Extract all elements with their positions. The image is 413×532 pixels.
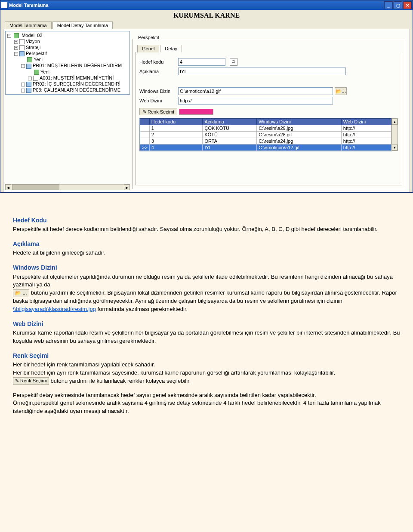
section-windows-dizini-body: Perspektife ait ölçülemeler yapıldığında… bbox=[13, 273, 400, 314]
grid-header-windows-dizini[interactable]: Windows Dizini bbox=[257, 119, 342, 125]
scroll-thumb[interactable] bbox=[12, 185, 59, 190]
web-dizini-label: Web Dizini bbox=[139, 98, 178, 103]
windows-dizini-input[interactable] bbox=[178, 87, 333, 95]
fieldset-legend: Perspektif bbox=[136, 35, 161, 40]
cell-hedef-kodu: 1 bbox=[149, 125, 203, 132]
minimize-button[interactable]: _ bbox=[384, 1, 393, 9]
folder-icon bbox=[26, 82, 31, 87]
inline-browse-button: 📂 … bbox=[13, 289, 29, 297]
aciklama-label: Açıklama bbox=[139, 69, 178, 74]
tree-view[interactable]: − Model: 02 +Vizyon +Strateji −Perspekti… bbox=[5, 31, 130, 95]
cell-windows-dizini: C:\emoticon\a12.gif bbox=[257, 145, 342, 151]
table-row[interactable]: >> 4 İYİ C:\emoticon\a12.gif http:// bbox=[140, 145, 391, 151]
tree-yeni2[interactable]: Yeni bbox=[40, 69, 49, 74]
cell-windows-dizini: C:\resim\a24.jpg bbox=[257, 138, 342, 145]
row-marker bbox=[140, 132, 150, 138]
browse-button[interactable]: 📂… bbox=[335, 87, 347, 95]
grid-header-hedef-kodu[interactable]: Hedef kodu bbox=[149, 119, 203, 125]
windows-dizini-label: Windows Dizini bbox=[139, 89, 178, 94]
web-dizini-input[interactable] bbox=[178, 97, 333, 105]
row-marker bbox=[140, 125, 150, 132]
section-hedef-kodu-body: Perspektife ait hedef derece kodlarının … bbox=[13, 225, 400, 234]
tree-hscroll[interactable]: ◂ ▸ bbox=[5, 184, 130, 190]
row-marker: >> bbox=[140, 145, 150, 151]
scroll-up-icon[interactable]: ▴ bbox=[392, 119, 398, 125]
model-icon bbox=[14, 33, 19, 38]
new-icon bbox=[27, 57, 32, 62]
tab-model-tanimlama[interactable]: Model Tanımlama bbox=[5, 22, 52, 29]
section-renk-secimi-title: Renk Seçimi bbox=[13, 351, 400, 360]
inline-renk-secimi-button: ✎ Renk Seçimi bbox=[13, 377, 49, 385]
detail-panel: Perspektif Genel Detay Hedef kodu ☺ bbox=[130, 31, 408, 190]
section-hedef-kodu-title: Hedef Kodu bbox=[13, 216, 400, 224]
tab-genel[interactable]: Genel bbox=[137, 45, 159, 52]
section-renk-secimi-body: Her bir hedef için renk tanımlaması yapı… bbox=[13, 361, 400, 377]
cell-web-dizini: http:// bbox=[341, 132, 391, 138]
table-row[interactable]: 2 KÖTÜ C:\resim\a28.gif http:// bbox=[140, 132, 391, 138]
main-pane: − Model: 02 +Vizyon +Strateji −Perspekti… bbox=[3, 29, 410, 192]
section-note-body: Perspektif detay sekmesinde tanımlanacak… bbox=[13, 391, 400, 416]
folder-icon bbox=[26, 88, 31, 93]
grid-vscroll[interactable]: ▴ ▾ bbox=[391, 118, 398, 151]
table-row[interactable]: 3 ORTA C:\resim\a24.jpg http:// bbox=[140, 138, 391, 145]
tab-model-detay-tanimlama[interactable]: Model Detay Tanımlama bbox=[52, 22, 113, 29]
cell-windows-dizini: C:\resim\a29.jpg bbox=[257, 125, 342, 132]
folder-icon bbox=[19, 51, 25, 56]
cell-web-dizini: http:// bbox=[341, 125, 391, 132]
inner-tabstrip: Genel Detay bbox=[136, 44, 402, 52]
aciklama-input[interactable] bbox=[178, 68, 346, 75]
tree-expand-icon[interactable]: + bbox=[14, 46, 18, 50]
folder-icon bbox=[26, 64, 31, 69]
window-title: Model Tanımlama bbox=[9, 3, 48, 8]
grid-header-web-dizini[interactable]: Web Dizini bbox=[341, 119, 391, 125]
cell-aciklama: İYİ bbox=[203, 145, 257, 151]
renk-secimi-button[interactable]: ✎ Renk Seçimi bbox=[139, 108, 177, 115]
cell-aciklama: ORTA bbox=[203, 138, 257, 145]
tree-expand-icon[interactable]: − bbox=[7, 34, 11, 38]
grid-header-marker bbox=[140, 119, 150, 125]
tree-expand-icon[interactable]: − bbox=[21, 64, 25, 68]
tree-expand-icon[interactable]: + bbox=[28, 77, 32, 80]
close-button[interactable]: ✕ bbox=[403, 1, 412, 9]
perspektif-fieldset: Perspektif Genel Detay Hedef kodu ☺ bbox=[133, 39, 405, 189]
hedef-kodu-input[interactable] bbox=[178, 58, 225, 66]
cell-web-dizini: http:// bbox=[341, 145, 391, 151]
grid-header-aciklama[interactable]: Açıklama bbox=[203, 119, 257, 125]
tree-expand-icon[interactable]: − bbox=[14, 52, 18, 56]
tree-pr01[interactable]: PR01: MÜŞTERİLERİN DEĞERLENDİRM bbox=[33, 63, 122, 68]
scroll-right-icon[interactable]: ▸ bbox=[124, 185, 130, 190]
emoticon-icon: ☺ bbox=[230, 58, 237, 66]
tree-vizyon[interactable]: Vizyon bbox=[26, 39, 40, 44]
tree-expand-icon[interactable]: + bbox=[21, 83, 25, 86]
tree-root[interactable]: Model: 02 bbox=[22, 33, 42, 38]
cell-web-dizini: http:// bbox=[341, 138, 391, 145]
dropper-icon: ✎ bbox=[15, 378, 19, 383]
page-title: KURUMSAL KARNE bbox=[0, 10, 413, 21]
tree-expand-icon[interactable]: + bbox=[14, 40, 18, 44]
tree-strateji[interactable]: Strateji bbox=[26, 45, 40, 50]
folder-open-icon: 📂 bbox=[336, 89, 342, 94]
titlebar: Model Tanımlama _ ▢ ✕ bbox=[0, 0, 413, 10]
tab-detay[interactable]: Detay bbox=[160, 45, 182, 52]
row-marker bbox=[140, 138, 150, 145]
section-web-dizini-body: Kurumsal karne raporlarındaki resim ve ş… bbox=[13, 329, 400, 345]
new-icon bbox=[34, 70, 39, 75]
tree-a001[interactable]: A001: MÜŞTERİ MEMNUNİYETİNİ bbox=[40, 75, 114, 80]
tree-expand-icon[interactable]: + bbox=[21, 89, 25, 92]
tree-p03[interactable]: P03: ÇALIŞANLARIN DEĞERLENDİRME bbox=[33, 87, 120, 92]
cell-aciklama: KÖTÜ bbox=[203, 132, 257, 138]
unc-path-link[interactable]: \\bilgisayaradı\klasöradı\resim.jpg bbox=[13, 306, 96, 312]
table-row[interactable]: 1 ÇOK KÖTÜ C:\resim\a29.jpg http:// bbox=[140, 125, 391, 132]
hedef-grid[interactable]: Hedef kodu Açıklama Windows Dizini Web D… bbox=[139, 118, 392, 151]
tree-yeni[interactable]: Yeni bbox=[34, 57, 43, 62]
tree-perspektif[interactable]: Perspektif bbox=[26, 51, 47, 56]
maximize-button[interactable]: ▢ bbox=[394, 1, 402, 9]
outer-tabstrip: Model Tanımlama Model Detay Tanımlama bbox=[3, 21, 410, 29]
tree-panel: − Model: 02 +Vizyon +Strateji −Perspekti… bbox=[5, 31, 130, 190]
scroll-down-icon[interactable]: ▾ bbox=[392, 145, 398, 151]
section-windows-dizini-title: Windows Dizini bbox=[13, 263, 400, 272]
app-window: Model Tanımlama _ ▢ ✕ KURUMSAL KARNE Mod… bbox=[0, 0, 413, 193]
scroll-left-icon[interactable]: ◂ bbox=[5, 185, 11, 190]
folder-open-icon: 📂 bbox=[15, 290, 21, 295]
tree-pr02[interactable]: PR02: İÇ SÜREÇLERİN DEĞERLENDİRİ bbox=[33, 81, 120, 86]
